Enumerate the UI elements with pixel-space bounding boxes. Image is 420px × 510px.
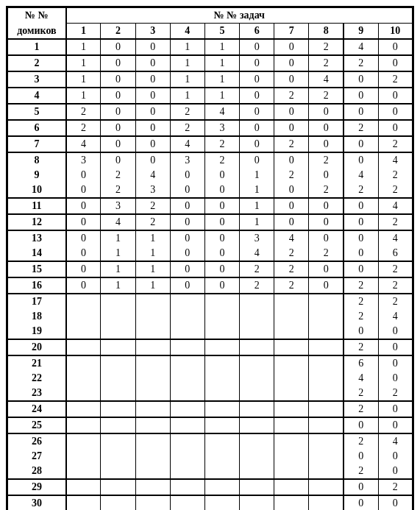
cell	[101, 449, 135, 464]
cell	[135, 386, 170, 401]
table-row: 2902	[7, 479, 413, 495]
cell: 1	[204, 55, 239, 71]
cell	[135, 495, 170, 510]
cell	[309, 371, 344, 386]
row-number: 15	[7, 261, 66, 277]
cell: 2	[378, 71, 413, 88]
row-number: 2	[7, 55, 66, 71]
cell: 0	[240, 88, 274, 104]
table-row: 2500	[7, 417, 413, 433]
cell	[135, 324, 170, 339]
cell	[204, 479, 239, 495]
col-header-10: 10	[378, 24, 413, 40]
cell: 1	[135, 277, 170, 294]
cell: 0	[309, 261, 344, 277]
cell	[66, 355, 101, 371]
cell: 2	[274, 277, 309, 294]
cell	[309, 449, 344, 464]
cell: 2	[378, 386, 413, 401]
cell	[170, 495, 204, 510]
cell	[240, 433, 274, 449]
cell: 0	[204, 246, 239, 261]
cell	[170, 479, 204, 495]
cell: 4	[274, 230, 309, 246]
cell: 0	[170, 261, 204, 277]
cell: 0	[66, 183, 101, 198]
cell: 0	[135, 120, 170, 136]
cell: 0	[309, 214, 344, 230]
cell: 0	[378, 120, 413, 136]
cell: 0	[204, 261, 239, 277]
cell: 2	[309, 152, 344, 168]
cell: 1	[170, 88, 204, 104]
cell: 2	[344, 386, 378, 401]
cell: 2	[309, 39, 344, 55]
header-colgroup-label: № № задач	[66, 7, 413, 24]
row-number: 12	[7, 214, 66, 230]
cell: 2	[378, 168, 413, 183]
cell	[274, 294, 309, 309]
cell: 1	[66, 88, 101, 104]
cell: 1	[135, 230, 170, 246]
cell: 0	[66, 261, 101, 277]
cell: 4	[240, 246, 274, 261]
cell: 4	[378, 433, 413, 449]
cell	[66, 386, 101, 401]
col-header-7: 7	[274, 24, 309, 40]
cell: 0	[378, 464, 413, 479]
table-row: 31001100402	[7, 71, 413, 88]
cell	[170, 449, 204, 464]
table-row: 52002400000	[7, 104, 413, 120]
table-row: 83003200204	[7, 152, 413, 168]
cell	[309, 386, 344, 401]
col-header-8: 8	[309, 24, 344, 40]
cell: 0	[309, 198, 344, 214]
cell	[135, 355, 170, 371]
cell	[101, 355, 135, 371]
cell	[274, 417, 309, 433]
table-row: 150110022002	[7, 261, 413, 277]
table-row: 1900	[7, 324, 413, 339]
cell	[170, 371, 204, 386]
cell	[274, 433, 309, 449]
cell	[240, 355, 274, 371]
cell	[240, 309, 274, 324]
cell: 0	[378, 371, 413, 386]
cell: 2	[309, 55, 344, 71]
table-row: 2420	[7, 401, 413, 417]
cell	[101, 401, 135, 417]
cell: 0	[170, 168, 204, 183]
cell: 0	[66, 277, 101, 294]
row-number: 1	[7, 39, 66, 55]
table-row: 2160	[7, 355, 413, 371]
cell	[274, 371, 309, 386]
cell	[66, 324, 101, 339]
cell	[204, 324, 239, 339]
cell: 0	[135, 104, 170, 120]
cell	[101, 464, 135, 479]
cell	[204, 386, 239, 401]
cell: 2	[274, 246, 309, 261]
cell: 0	[240, 39, 274, 55]
cell	[240, 479, 274, 495]
cell: 2	[309, 88, 344, 104]
cell: 0	[135, 88, 170, 104]
cell	[240, 449, 274, 464]
cell	[101, 386, 135, 401]
cell: 2	[101, 168, 135, 183]
table-row: 62002300020	[7, 120, 413, 136]
cell	[240, 417, 274, 433]
cell: 0	[274, 39, 309, 55]
cell: 3	[204, 120, 239, 136]
cell: 0	[274, 104, 309, 120]
cell: 1	[170, 55, 204, 71]
cell: 0	[344, 495, 378, 510]
cell: 0	[66, 230, 101, 246]
cell: 2	[170, 120, 204, 136]
cell	[170, 294, 204, 309]
cell	[135, 464, 170, 479]
cell: 0	[344, 230, 378, 246]
cell: 1	[240, 198, 274, 214]
table-row: 1722	[7, 294, 413, 309]
cell: 2	[344, 339, 378, 355]
